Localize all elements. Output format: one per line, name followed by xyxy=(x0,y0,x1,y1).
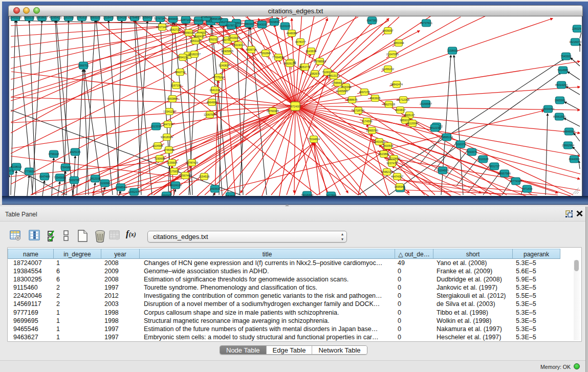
svg-text:23166587: 23166587 xyxy=(420,102,432,105)
svg-text:15865780: 15865780 xyxy=(366,129,378,132)
svg-text:02787429: 02787429 xyxy=(186,161,198,164)
svg-text:3678377: 3678377 xyxy=(295,40,306,43)
svg-text:6562729: 6562729 xyxy=(170,28,181,31)
svg-text:83561595: 83561595 xyxy=(553,115,565,118)
svg-text:16934060: 16934060 xyxy=(542,107,554,111)
svg-text:2880957: 2880957 xyxy=(244,23,255,26)
svg-text:99737631: 99737631 xyxy=(420,21,432,25)
svg-text:93618324: 93618324 xyxy=(161,136,173,139)
svg-text:23662994: 23662994 xyxy=(562,144,574,147)
svg-text:6409097: 6409097 xyxy=(383,29,394,32)
svg-text:10433218: 10433218 xyxy=(9,16,21,19)
svg-text:0781618: 0781618 xyxy=(77,16,88,19)
svg-text:21456232: 21456232 xyxy=(382,68,394,71)
svg-text:35182337: 35182337 xyxy=(188,53,201,56)
svg-text:5009788: 5009788 xyxy=(69,179,80,182)
svg-text:9993867: 9993867 xyxy=(167,97,178,100)
svg-text:91905865: 91905865 xyxy=(221,50,233,53)
svg-text:7543303: 7543303 xyxy=(561,55,572,58)
svg-text:7693676: 7693676 xyxy=(467,150,477,154)
svg-text:6513338: 6513338 xyxy=(151,125,162,128)
svg-text:72774348: 72774348 xyxy=(510,180,522,183)
svg-text:1746488: 1746488 xyxy=(164,148,175,151)
svg-text:8347382: 8347382 xyxy=(367,19,378,22)
svg-text:7154516: 7154516 xyxy=(199,175,210,178)
svg-text:3953394: 3953394 xyxy=(394,41,404,45)
svg-text:9593103: 9593103 xyxy=(90,16,101,19)
svg-text:1382675: 1382675 xyxy=(310,72,320,75)
svg-text:84124118: 84124118 xyxy=(169,184,182,187)
svg-text:3158692: 3158692 xyxy=(447,49,458,52)
svg-text:1965569: 1965569 xyxy=(555,99,565,102)
svg-text:08613171: 08613171 xyxy=(328,74,340,77)
svg-text:16998543: 16998543 xyxy=(115,186,127,189)
svg-text:13431611: 13431611 xyxy=(373,140,385,143)
svg-text:1543039: 1543039 xyxy=(257,23,268,26)
svg-text:3200379: 3200379 xyxy=(455,143,466,146)
svg-text:07482175: 07482175 xyxy=(381,170,393,173)
svg-text:90838637: 90838637 xyxy=(36,16,48,19)
svg-text:2400504: 2400504 xyxy=(383,144,394,147)
svg-text:0143634: 0143634 xyxy=(306,50,317,53)
svg-text:51712368: 51712368 xyxy=(397,98,409,101)
svg-text:4965137: 4965137 xyxy=(404,114,415,117)
svg-text:2941318: 2941318 xyxy=(210,89,221,92)
svg-text:4493534: 4493534 xyxy=(210,187,221,190)
svg-text:7175655: 7175655 xyxy=(169,170,180,173)
svg-text:18724007: 18724007 xyxy=(289,105,301,108)
svg-text:8506716: 8506716 xyxy=(246,48,257,51)
svg-text:26204505: 26204505 xyxy=(437,169,449,172)
svg-text:0831727: 0831727 xyxy=(489,165,500,168)
svg-text:2784980: 2784980 xyxy=(60,166,71,169)
svg-text:21047095: 21047095 xyxy=(386,53,399,56)
svg-text:0647468: 0647468 xyxy=(39,175,50,178)
svg-text:6773602: 6773602 xyxy=(24,170,35,173)
svg-text:5240824: 5240824 xyxy=(219,64,230,67)
svg-text:86926179: 86926179 xyxy=(284,62,296,65)
svg-text:8425135: 8425135 xyxy=(70,150,81,154)
svg-text:0842710: 0842710 xyxy=(175,71,186,74)
svg-text:2174596: 2174596 xyxy=(362,120,373,123)
svg-text:46474367: 46474367 xyxy=(391,175,403,178)
svg-text:1604817: 1604817 xyxy=(395,108,406,112)
svg-text:77034824: 77034824 xyxy=(308,138,320,141)
svg-text:3287101: 3287101 xyxy=(181,18,191,21)
svg-text:3447134: 3447134 xyxy=(163,123,173,126)
svg-text:0799118: 0799118 xyxy=(49,152,59,156)
svg-text:3695944: 3695944 xyxy=(395,185,405,188)
svg-text:6566701: 6566701 xyxy=(78,64,89,67)
svg-text:13341232: 13341232 xyxy=(163,110,176,113)
svg-text:06990162: 06990162 xyxy=(183,31,195,34)
svg-text:1509839: 1509839 xyxy=(269,20,280,24)
svg-text:27484677: 27484677 xyxy=(332,81,344,84)
svg-text:8053100: 8053100 xyxy=(190,39,201,42)
svg-text:4053773: 4053773 xyxy=(300,65,311,69)
svg-text:14846564: 14846564 xyxy=(563,130,575,133)
svg-text:53767242: 53767242 xyxy=(154,17,166,20)
svg-text:7190659: 7190659 xyxy=(155,157,165,160)
svg-text:24896383: 24896383 xyxy=(210,17,222,20)
svg-text:53462475: 53462475 xyxy=(128,190,140,193)
svg-text:1167190: 1167190 xyxy=(171,84,182,87)
svg-text:4948083: 4948083 xyxy=(287,32,297,35)
svg-text:76627028: 76627028 xyxy=(383,103,395,106)
svg-text:0103105: 0103105 xyxy=(280,25,291,28)
svg-text:66319314: 66319314 xyxy=(232,43,245,47)
svg-text:5623869: 5623869 xyxy=(379,152,389,156)
svg-text:4997278: 4997278 xyxy=(359,91,370,94)
svg-text:7262849: 7262849 xyxy=(260,52,271,55)
svg-text:5414586: 5414586 xyxy=(558,69,569,72)
svg-text:3056413: 3056413 xyxy=(142,16,153,19)
svg-text:21465840: 21465840 xyxy=(336,90,348,93)
svg-text:46120047: 46120047 xyxy=(406,122,419,125)
svg-text:5534192: 5534192 xyxy=(117,16,127,19)
svg-text:9894134: 9894134 xyxy=(178,56,188,59)
svg-text:12567468: 12567468 xyxy=(179,174,191,177)
svg-text:58842474: 58842474 xyxy=(390,83,403,86)
svg-text:95788568: 95788568 xyxy=(314,60,326,63)
svg-text:51718702: 51718702 xyxy=(352,109,364,112)
svg-text:9600133: 9600133 xyxy=(24,16,35,19)
svg-text:4964990: 4964990 xyxy=(207,101,217,104)
svg-text:3092327: 3092327 xyxy=(208,38,219,41)
svg-text:1024994: 1024994 xyxy=(153,144,163,147)
